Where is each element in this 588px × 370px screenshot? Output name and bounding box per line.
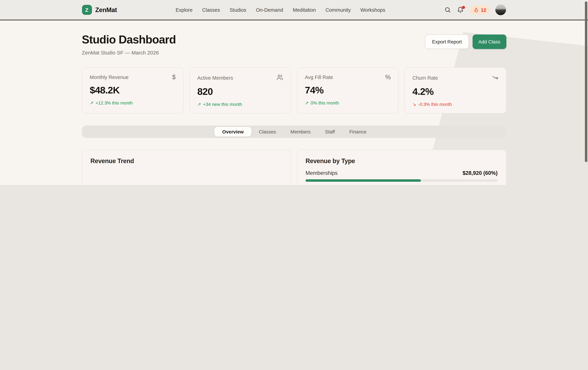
stat-delta: +12.3% this month xyxy=(95,100,133,106)
flame-icon xyxy=(474,7,479,12)
app-window: Z ZenMat Explore Classes Studios On-Dema… xyxy=(0,0,588,185)
nav-item-community[interactable]: Community xyxy=(326,7,351,13)
tab-staff[interactable]: Staff xyxy=(318,127,342,137)
stat-delta: -0.3% this month xyxy=(418,102,452,107)
add-class-button[interactable]: Add Class xyxy=(472,34,506,49)
brand[interactable]: Z ZenMat xyxy=(82,5,117,15)
page-header: Studio Dashboard ZenMat Studio SF — Marc… xyxy=(82,20,506,55)
trend-up-icon: ↗ xyxy=(90,100,94,106)
search-icon[interactable] xyxy=(444,6,452,14)
stat-card-churn-rate: Churn Rate 4.2% ↘-0.3% this month xyxy=(405,67,506,113)
nav-item-on-demand[interactable]: On-Demand xyxy=(256,7,283,13)
users-icon xyxy=(277,74,283,82)
stat-label: Churn Rate xyxy=(412,75,438,81)
tab-classes[interactable]: Classes xyxy=(252,127,283,137)
nav-links: Explore Classes Studios On-Demand Medita… xyxy=(176,7,385,13)
trend-down-icon: ↘ xyxy=(412,102,416,107)
revenue-by-type-card: Revenue by Type Memberships$28,920 (60%)… xyxy=(297,150,506,185)
notification-dot xyxy=(462,6,465,9)
page-subtitle: ZenMat Studio SF — March 2026 xyxy=(82,50,176,55)
percent-icon: % xyxy=(385,74,391,80)
stat-label: Active Members xyxy=(197,75,233,81)
revenue-type-row: Memberships$28,920 (60%) xyxy=(305,170,498,182)
nav-item-meditation[interactable]: Meditation xyxy=(293,7,316,13)
stat-card-avg-fill-rate: Avg Fill Rate % 74% ↗0% this month xyxy=(297,67,399,113)
stat-card-active-members: Active Members 820 ↗+34 new this month xyxy=(189,67,291,113)
revenue-trend-card: Revenue Trend Oct$38K Nov$42K Dec$40K Ja… xyxy=(82,150,291,185)
nav-item-classes[interactable]: Classes xyxy=(202,7,220,13)
progress-fill xyxy=(305,179,421,182)
stat-label: Avg Fill Rate xyxy=(305,75,333,80)
progress-track xyxy=(305,179,498,182)
trend-up-icon: ↗ xyxy=(197,102,201,107)
tab-members[interactable]: Members xyxy=(283,127,318,137)
dashboard-tabs: Overview Classes Members Staff Finance xyxy=(82,126,506,138)
nav-item-explore[interactable]: Explore xyxy=(176,7,193,13)
streak-badge[interactable]: 12 xyxy=(470,5,490,14)
stat-value: 4.2% xyxy=(412,86,498,97)
stat-label: Monthly Revenue xyxy=(90,75,129,80)
tab-overview[interactable]: Overview xyxy=(214,127,252,137)
card-title: Revenue Trend xyxy=(90,158,283,165)
bell-icon[interactable] xyxy=(457,6,464,14)
trend-up-icon: ↗ xyxy=(305,100,309,106)
nav-item-studios[interactable]: Studios xyxy=(230,7,246,13)
stat-value: $48.2K xyxy=(90,85,176,96)
zenmat-logo-icon: Z xyxy=(82,5,92,15)
dollar-icon: $ xyxy=(172,74,176,80)
stats-row: Monthly Revenue $ $48.2K ↗+12.3% this mo… xyxy=(82,67,506,113)
card-title: Revenue by Type xyxy=(305,158,498,165)
brand-name: ZenMat xyxy=(95,6,117,14)
stat-delta: +34 new this month xyxy=(203,102,242,107)
stat-value: 820 xyxy=(197,86,283,97)
stat-delta: 0% this month xyxy=(311,100,339,106)
trending-down-icon xyxy=(492,74,498,82)
top-nav: Z ZenMat Explore Classes Studios On-Dema… xyxy=(0,0,588,20)
streak-count: 12 xyxy=(481,7,486,13)
scrollbar-thumb[interactable] xyxy=(585,1,587,162)
stat-card-monthly-revenue: Monthly Revenue $ $48.2K ↗+12.3% this mo… xyxy=(82,67,184,113)
tab-finance[interactable]: Finance xyxy=(342,127,374,137)
nav-item-workshops[interactable]: Workshops xyxy=(360,7,385,13)
stat-value: 74% xyxy=(305,85,391,96)
export-report-button[interactable]: Export Report xyxy=(425,34,469,49)
user-avatar[interactable] xyxy=(495,4,506,15)
page-title: Studio Dashboard xyxy=(82,33,176,46)
